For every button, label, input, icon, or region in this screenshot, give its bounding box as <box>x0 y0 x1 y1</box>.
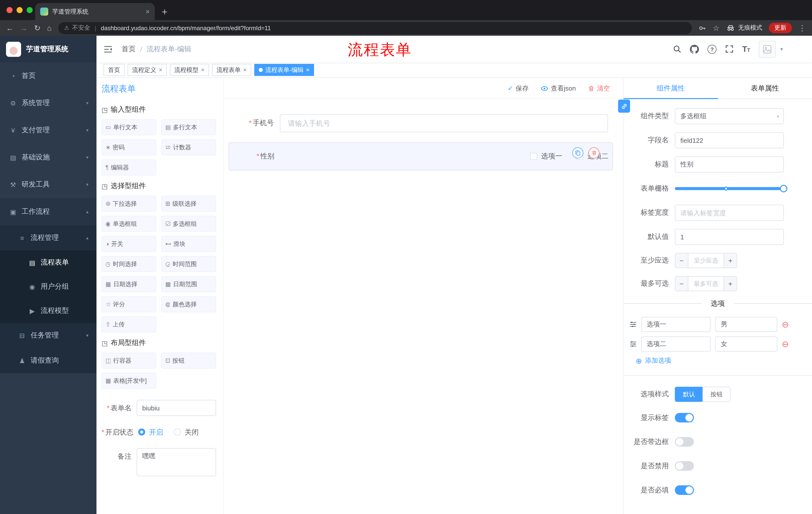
sidebar-item-process-model[interactable]: ▶ 流程模型 <box>0 299 96 323</box>
style-default-button[interactable]: 默认 <box>675 387 703 402</box>
palette-item-cascader[interactable]: ⊞级联选择 <box>161 196 216 212</box>
panel-link-handle[interactable] <box>618 100 630 113</box>
password-key-icon[interactable] <box>698 24 706 32</box>
palette-item-password[interactable]: ∗密码 <box>102 139 156 155</box>
palette-item-slider[interactable]: ⊷滑块 <box>161 236 216 252</box>
sidebar-item-home[interactable]: ◔ 首页 <box>0 62 96 89</box>
palette-item-row-container[interactable]: ◫行容器 <box>102 353 156 369</box>
close-icon[interactable]: × <box>159 66 162 74</box>
search-icon[interactable] <box>673 45 682 53</box>
tag-process-form-edit[interactable]: 流程表单-编辑 × <box>254 64 314 76</box>
back-icon[interactable]: ← <box>6 24 13 32</box>
form-field-phone[interactable]: *手机号 <box>229 111 613 135</box>
palette-item-single-line-text[interactable]: ▭单行文本 <box>102 119 156 135</box>
stepper-value[interactable]: 最多可选 <box>688 277 724 291</box>
slider-handle[interactable] <box>780 185 787 192</box>
github-icon[interactable] <box>690 45 699 54</box>
minus-icon[interactable]: − <box>675 253 688 268</box>
clear-button[interactable]: 清空 <box>588 84 610 93</box>
browser-tab[interactable]: 芋道管理系统 × <box>35 3 155 20</box>
help-icon[interactable]: ? <box>707 45 717 54</box>
canvas-body[interactable]: *手机号 *性别 选项一 选项二 <box>224 99 623 514</box>
view-json-button[interactable]: 查看json <box>541 84 576 93</box>
form-field-gender-selected[interactable]: *性别 选项一 选项二 <box>229 142 613 170</box>
stepper-value[interactable]: 至少应选 <box>688 253 724 268</box>
style-button-button[interactable]: 按钮 <box>702 387 731 402</box>
palette-item-time-range[interactable]: ◶时间范围 <box>161 256 216 272</box>
tab-component-props[interactable]: 组件属性 <box>624 78 718 99</box>
form-name-input[interactable] <box>137 400 216 416</box>
palette-item-editor[interactable]: ¶编辑器 <box>102 159 156 175</box>
browser-menu-icon[interactable]: ⋮ <box>799 24 806 32</box>
window-minimize-button[interactable] <box>17 7 23 13</box>
save-button[interactable]: ✓ 保存 <box>508 84 529 93</box>
sidebar-item-process-management[interactable]: ≡ 流程管理 ▴ <box>0 225 96 250</box>
palette-item-rate[interactable]: ☆评分 <box>102 296 156 312</box>
option-name-input[interactable] <box>641 317 711 332</box>
palette-item-date-range[interactable]: ▩日期范围 <box>161 276 216 292</box>
title-input[interactable] <box>675 156 784 172</box>
avatar[interactable] <box>759 40 776 58</box>
tag-home[interactable]: 首页 <box>104 64 125 76</box>
minus-icon[interactable]: − <box>675 277 688 291</box>
palette-item-switch[interactable]: ◑开关 <box>102 236 156 252</box>
default-value-input[interactable] <box>675 229 784 245</box>
required-switch[interactable] <box>675 485 694 495</box>
plus-icon[interactable]: + <box>724 253 736 268</box>
option-name-input[interactable] <box>641 336 711 352</box>
tab-form-props[interactable]: 表单属性 <box>718 78 812 99</box>
sidebar-item-user-group[interactable]: ◉ 用户分组 <box>0 275 96 299</box>
sidebar-collapse-icon[interactable] <box>104 45 113 53</box>
address-bar[interactable]: ⚠ 不安全 | dashboard.yudao.iocoder.cn/bpm/m… <box>58 22 692 34</box>
palette-item-checkbox-group[interactable]: ☑多选框组 <box>161 216 216 232</box>
remove-option-button[interactable]: ⊖ <box>782 340 789 348</box>
sidebar-item-workflow[interactable]: ▣ 工作流程 ▴ <box>0 198 96 225</box>
palette-item-time-picker[interactable]: ◷时间选择 <box>102 256 156 272</box>
status-open-radio[interactable]: 开启 <box>139 424 163 440</box>
sidebar-item-system-management[interactable]: ⚙ 系统管理 ▾ <box>0 89 96 117</box>
copy-field-button[interactable] <box>572 147 583 158</box>
palette-item-multi-line-text[interactable]: ▤多行文本 <box>161 119 216 135</box>
drag-handle-icon[interactable] <box>630 321 637 328</box>
tag-process-model[interactable]: 流程模型 × <box>170 64 209 76</box>
form-grid-slider[interactable] <box>675 181 784 197</box>
palette-item-table[interactable]: ▦表格[开发中] <box>102 373 156 389</box>
option-value-input[interactable] <box>715 317 777 332</box>
window-zoom-button[interactable] <box>27 7 33 13</box>
status-closed-radio[interactable]: 关闭 <box>174 424 199 440</box>
option-value-input[interactable] <box>715 336 777 352</box>
border-switch[interactable] <box>675 437 694 447</box>
disabled-switch[interactable] <box>675 461 694 471</box>
palette-item-select[interactable]: ⊚下拉选择 <box>102 196 156 212</box>
chevron-down-icon[interactable]: ▾ <box>780 46 783 52</box>
close-icon[interactable]: × <box>306 66 310 74</box>
home-icon[interactable]: ⌂ <box>47 24 52 32</box>
palette-item-radio-group[interactable]: ◉单选框组 <box>102 216 156 232</box>
checkbox-option-1[interactable]: 选项一 <box>530 152 562 161</box>
plus-icon[interactable]: + <box>724 277 736 291</box>
window-close-button[interactable] <box>6 7 12 13</box>
sidebar-item-task-management[interactable]: ⊟ 任务管理 ▾ <box>0 323 96 348</box>
reload-icon[interactable]: ↻ <box>34 24 40 32</box>
new-tab-button[interactable]: + <box>162 7 167 17</box>
sidebar-item-leave-query[interactable]: ♟ 请假查询 <box>0 348 96 373</box>
palette-item-date-picker[interactable]: ▦日期选择 <box>102 276 156 292</box>
tab-close-icon[interactable]: × <box>146 7 150 16</box>
palette-item-button[interactable]: ⊡按钮 <box>161 353 216 369</box>
breadcrumb-home[interactable]: 首页 <box>122 45 136 54</box>
delete-field-button[interactable] <box>588 147 600 158</box>
sidebar-item-process-form[interactable]: ▤ 流程表单 <box>0 250 96 275</box>
label-width-input[interactable] <box>675 205 784 221</box>
update-button[interactable]: 更新 <box>769 23 792 33</box>
app-logo[interactable]: 芋道管理系统 <box>0 36 96 62</box>
font-size-icon[interactable]: TT <box>742 45 750 53</box>
close-icon[interactable]: × <box>201 66 204 74</box>
palette-item-color-picker[interactable]: ◍颜色选择 <box>161 296 216 312</box>
sidebar-item-dev-tools[interactable]: ⚒ 研发工具 ▾ <box>0 171 96 198</box>
forward-icon[interactable]: → <box>20 24 28 32</box>
sidebar-item-infrastructure[interactable]: ▤ 基础设施 ▾ <box>0 144 96 171</box>
palette-item-upload[interactable]: ⇪上传 <box>102 316 156 332</box>
remove-option-button[interactable]: ⊖ <box>782 320 789 329</box>
palette-item-counter[interactable]: 123计数器 <box>161 139 216 155</box>
tag-process-form[interactable]: 流程表单 × <box>212 64 251 76</box>
